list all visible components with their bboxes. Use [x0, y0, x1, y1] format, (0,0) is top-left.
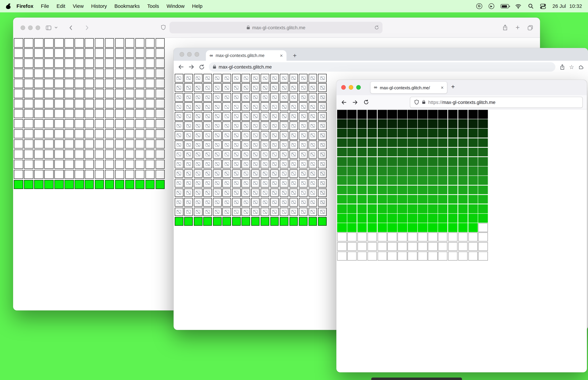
menu-item-file[interactable]: File [41, 3, 49, 9]
minimize-button[interactable] [349, 85, 353, 90]
broken-image-icon [196, 86, 200, 90]
sidebar-chevron-icon[interactable] [55, 26, 58, 29]
menu-item-bookmarks[interactable]: Bookmarks [114, 3, 140, 9]
desktop[interactable]: Firefox FileEditViewHistoryBookmarksTool… [0, 0, 588, 380]
grammarly-icon[interactable]: G [476, 3, 482, 9]
webgl-cell-broken [270, 74, 279, 82]
chrome-active-tab[interactable]: ∞ max-gl-contexts.glitch.me × [206, 50, 286, 61]
firefox-active-tab[interactable]: ∞ max-gl-contexts.glitch.me/ × [371, 82, 447, 93]
webgl-cell-shaded [367, 110, 377, 119]
webgl-cell-blank [75, 170, 84, 179]
menu-item-tools[interactable]: Tools [147, 3, 159, 9]
zoom-button[interactable] [195, 52, 199, 57]
webgl-cell-broken [261, 141, 269, 149]
lock-icon [213, 66, 216, 69]
wifi-icon[interactable] [515, 3, 521, 9]
broken-image-icon [301, 124, 305, 128]
webgl-cell-blank [85, 99, 94, 108]
webgl-cell-blank [85, 109, 94, 118]
webgl-cell-broken [318, 208, 327, 216]
minimize-button[interactable] [28, 25, 33, 30]
webgl-cell-shaded [378, 148, 387, 156]
battery-icon[interactable] [501, 4, 509, 8]
tab-close-icon[interactable]: × [441, 85, 444, 90]
firefox-window[interactable]: ∞ max-gl-contexts.glitch.me/ × + [336, 80, 587, 372]
broken-image-icon [186, 153, 191, 156]
webgl-cell-blank [115, 58, 124, 68]
webgl-cell-broken [175, 160, 183, 168]
share-icon[interactable] [502, 24, 508, 31]
spotlight-search-icon[interactable] [528, 3, 534, 9]
broken-image-icon [291, 181, 296, 185]
address-bar[interactable]: max-gl-contexts.glitch.me [170, 22, 382, 33]
webgl-cell-shaded [478, 138, 488, 147]
reload-icon[interactable] [363, 99, 369, 105]
close-button[interactable] [20, 25, 25, 30]
zoom-button[interactable] [356, 85, 361, 90]
webgl-cell-broken [270, 103, 279, 111]
broken-image-icon [320, 181, 324, 185]
webgl-cell-green [308, 217, 317, 226]
broken-image-icon [263, 134, 267, 137]
reload-icon[interactable] [374, 25, 379, 30]
webgl-cell-green [251, 217, 260, 226]
webgl-cell-blank [14, 38, 23, 47]
address-bar[interactable]: max-gl-contexts.glitch.me [209, 62, 555, 72]
share-icon[interactable] [559, 64, 565, 70]
broken-image-icon [196, 210, 200, 214]
minimize-button[interactable] [187, 52, 191, 57]
webgl-cell-empty [388, 242, 397, 251]
menu-item-edit[interactable]: Edit [57, 3, 65, 9]
tab-overview-icon[interactable] [527, 24, 533, 30]
webgl-cell-blank [24, 150, 33, 159]
menu-item-view[interactable]: View [73, 3, 84, 9]
zoom-button[interactable] [36, 25, 40, 30]
new-tab-icon[interactable]: + [451, 84, 455, 90]
menu-app-name[interactable]: Firefox [17, 3, 33, 9]
back-icon[interactable] [341, 99, 347, 105]
webgl-cell-blank [54, 58, 63, 68]
control-center-icon[interactable] [540, 3, 546, 9]
forward-icon[interactable] [352, 99, 358, 105]
webgl-cell-shaded [378, 167, 387, 175]
menu-clock[interactable]: 26 Jul 10:32 [552, 3, 582, 9]
webgl-cell-shaded [418, 110, 427, 119]
menu-item-history[interactable]: History [91, 3, 107, 9]
play-circle-icon[interactable]: ▶ [489, 3, 494, 9]
broken-image-icon [272, 210, 277, 214]
tab-close-icon[interactable]: × [280, 53, 283, 58]
webgl-cell-blank [24, 139, 33, 149]
new-tab-icon[interactable]: + [515, 24, 520, 31]
close-button[interactable] [180, 52, 184, 57]
reload-icon[interactable] [199, 64, 205, 70]
webgl-cell-shaded [448, 204, 457, 213]
address-bar[interactable]: https://max-gl-contexts.glitch.me [410, 97, 582, 108]
close-button[interactable] [341, 85, 346, 90]
bookmark-star-icon[interactable]: ☆ [569, 64, 574, 70]
webgl-cell-broken [194, 103, 202, 111]
menu-item-window[interactable]: Window [167, 3, 185, 9]
broken-image-icon [320, 201, 324, 204]
broken-image-icon [244, 105, 248, 109]
privacy-shield-icon[interactable] [160, 24, 166, 30]
broken-image-icon [186, 172, 191, 175]
webgl-cell-broken [242, 103, 250, 111]
sidebar-toggle-icon[interactable] [45, 24, 52, 30]
back-icon[interactable] [178, 64, 184, 70]
webgl-cell-broken [318, 198, 327, 207]
webgl-cell-shaded [448, 129, 457, 138]
background-window-peek[interactable] [371, 378, 462, 380]
broken-image-icon [215, 201, 219, 204]
broken-image-icon [177, 143, 181, 147]
apple-menu-icon[interactable] [6, 3, 10, 9]
webgl-cell-blank [34, 119, 43, 128]
menu-item-help[interactable]: Help [192, 3, 203, 9]
back-icon[interactable] [68, 24, 74, 30]
webgl-cell-blank [64, 119, 74, 128]
forward-icon[interactable] [84, 24, 90, 30]
tracking-shield-icon[interactable] [414, 99, 419, 105]
broken-image-icon [320, 134, 324, 137]
new-tab-icon[interactable]: + [293, 53, 297, 59]
extensions-puzzle-icon[interactable] [578, 64, 584, 70]
forward-icon[interactable] [188, 64, 194, 70]
